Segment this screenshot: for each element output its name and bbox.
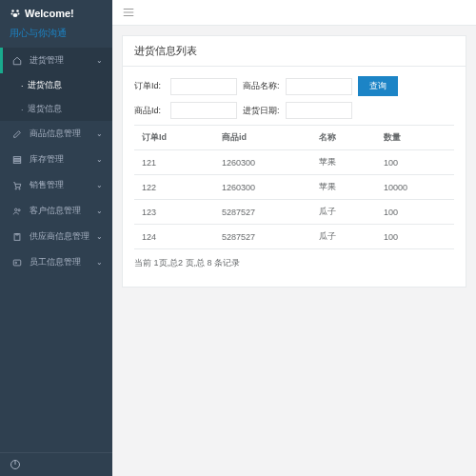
chevron-down-icon: ⌄ bbox=[96, 258, 103, 267]
svg-point-10 bbox=[15, 208, 18, 211]
chevron-down-icon: ⌄ bbox=[96, 129, 103, 138]
sidebar-item-label: 库存管理 bbox=[30, 153, 96, 166]
date-input[interactable] bbox=[286, 102, 352, 119]
pagination-info: 当前 1页,总2 页,总 8 条记录 bbox=[134, 249, 454, 277]
sidebar-item-label: 商品信息管理 bbox=[30, 128, 96, 140]
chevron-down-icon: ⌄ bbox=[96, 181, 103, 189]
sidebar-menu: 进货管理 ⌄ · 进货信息 · 退货信息 商品信息管理 ⌄ 库存 bbox=[0, 48, 112, 452]
sidebar-item-goods[interactable]: 商品信息管理 ⌄ bbox=[0, 121, 112, 147]
sidebar-item-label: 销售管理 bbox=[30, 179, 96, 191]
table-cell: 1260300 bbox=[214, 150, 311, 175]
search-button[interactable]: 查询 bbox=[358, 76, 398, 96]
sidebar-sub-return-info[interactable]: · 退货信息 bbox=[0, 97, 112, 121]
svg-point-2 bbox=[11, 13, 13, 15]
svg-point-14 bbox=[15, 262, 17, 264]
cart-icon bbox=[12, 181, 24, 190]
edit-icon bbox=[12, 129, 24, 139]
table-cell: 苹果 bbox=[311, 150, 376, 175]
dot-icon: · bbox=[21, 81, 24, 90]
table-cell: 100 bbox=[376, 225, 454, 249]
main-content: 进货信息列表 订单Id: 商品名称: 查询 商品Id: 进货日期: bbox=[112, 0, 476, 476]
dot-icon: · bbox=[21, 105, 24, 114]
th-qty: 数量 bbox=[376, 126, 454, 150]
sidebar-item-inbound[interactable]: 进货管理 ⌄ bbox=[0, 48, 112, 73]
table-cell: 1260300 bbox=[214, 175, 311, 200]
table-cell: 苹果 bbox=[311, 175, 376, 200]
sidebar-sub-inbound-info[interactable]: · 进货信息 bbox=[0, 73, 112, 97]
sidebar-header: Welcome! bbox=[0, 0, 112, 27]
sidebar-item-suppliers[interactable]: 供应商信息管理 ⌄ bbox=[0, 224, 112, 249]
welcome-text: Welcome! bbox=[25, 8, 74, 19]
power-icon[interactable] bbox=[10, 459, 103, 470]
panel-title: 进货信息列表 bbox=[123, 36, 466, 67]
sidebar-sub-label: 退货信息 bbox=[28, 103, 62, 115]
sidebar-item-label: 客户信息管理 bbox=[30, 205, 96, 217]
table-header-row: 订单Id 商品id 名称 数量 bbox=[134, 126, 454, 150]
th-goods-id: 商品id bbox=[214, 126, 311, 150]
svg-rect-6 bbox=[13, 159, 21, 161]
table-cell: 瓜子 bbox=[311, 225, 376, 249]
sidebar-item-customers[interactable]: 客户信息管理 ⌄ bbox=[0, 198, 112, 224]
table-cell: 5287527 bbox=[214, 200, 311, 225]
svg-rect-7 bbox=[13, 161, 21, 163]
sidebar-item-label: 员工信息管理 bbox=[30, 256, 96, 268]
slogan: 用心与你沟通 bbox=[0, 27, 112, 48]
svg-point-8 bbox=[15, 188, 16, 188]
th-name: 名称 bbox=[311, 126, 376, 150]
svg-rect-5 bbox=[13, 156, 21, 158]
sidebar-item-stock[interactable]: 库存管理 ⌄ bbox=[0, 147, 112, 172]
table-cell: 123 bbox=[134, 200, 214, 225]
data-table: 订单Id 商品id 名称 数量 1211260300苹果100122126030… bbox=[134, 125, 454, 249]
table-cell: 瓜子 bbox=[311, 200, 376, 225]
table-cell: 122 bbox=[134, 175, 214, 200]
topbar bbox=[112, 0, 476, 26]
chevron-down-icon: ⌄ bbox=[96, 232, 103, 241]
chevron-down-icon: ⌄ bbox=[96, 155, 103, 164]
sidebar-footer bbox=[0, 452, 112, 476]
clipboard-icon bbox=[12, 232, 24, 242]
goods-name-label: 商品名称: bbox=[243, 80, 280, 92]
table-cell: 121 bbox=[134, 150, 214, 175]
table-cell: 5287527 bbox=[214, 225, 311, 249]
sidebar-item-staff[interactable]: 员工信息管理 ⌄ bbox=[0, 249, 112, 275]
paw-icon bbox=[10, 8, 21, 19]
goods-id-label: 商品Id: bbox=[134, 105, 165, 117]
order-id-label: 订单Id: bbox=[134, 80, 165, 92]
sidebar: Welcome! 用心与你沟通 进货管理 ⌄ · 进货信息 · 退货信息 bbox=[0, 0, 112, 476]
order-id-input[interactable] bbox=[170, 78, 237, 95]
sidebar-item-label: 供应商信息管理 bbox=[30, 230, 96, 243]
th-order: 订单Id bbox=[134, 126, 214, 150]
sidebar-submenu: · 进货信息 · 退货信息 bbox=[0, 73, 112, 121]
svg-point-9 bbox=[19, 188, 20, 188]
svg-point-1 bbox=[16, 10, 19, 12]
id-icon bbox=[12, 258, 24, 268]
panel: 进货信息列表 订单Id: 商品名称: 查询 商品Id: 进货日期: bbox=[122, 35, 466, 288]
sidebar-sub-label: 进货信息 bbox=[28, 79, 62, 91]
chevron-down-icon: ⌄ bbox=[96, 56, 103, 65]
table-row[interactable]: 1235287527瓜子100 bbox=[134, 200, 454, 225]
goods-name-input[interactable] bbox=[286, 78, 352, 95]
menu-toggle-icon[interactable] bbox=[122, 6, 466, 19]
table-cell: 100 bbox=[376, 150, 454, 175]
table-cell: 100 bbox=[376, 200, 454, 225]
svg-point-0 bbox=[11, 10, 14, 12]
table-row[interactable]: 1221260300苹果10000 bbox=[134, 175, 454, 200]
table-cell: 124 bbox=[134, 225, 214, 249]
date-label: 进货日期: bbox=[243, 105, 280, 117]
svg-point-11 bbox=[18, 208, 20, 210]
goods-id-input[interactable] bbox=[170, 102, 237, 119]
table-row[interactable]: 1211260300苹果100 bbox=[134, 150, 454, 175]
home-icon bbox=[12, 56, 24, 66]
table-cell: 10000 bbox=[376, 175, 454, 200]
svg-point-3 bbox=[18, 13, 20, 15]
chevron-down-icon: ⌄ bbox=[96, 207, 103, 215]
table-row[interactable]: 1245287527瓜子100 bbox=[134, 225, 454, 249]
sidebar-item-sales[interactable]: 销售管理 ⌄ bbox=[0, 172, 112, 198]
sidebar-item-label: 进货管理 bbox=[30, 54, 96, 67]
users-icon bbox=[12, 207, 24, 216]
layers-icon bbox=[12, 155, 24, 165]
svg-point-4 bbox=[13, 13, 18, 17]
